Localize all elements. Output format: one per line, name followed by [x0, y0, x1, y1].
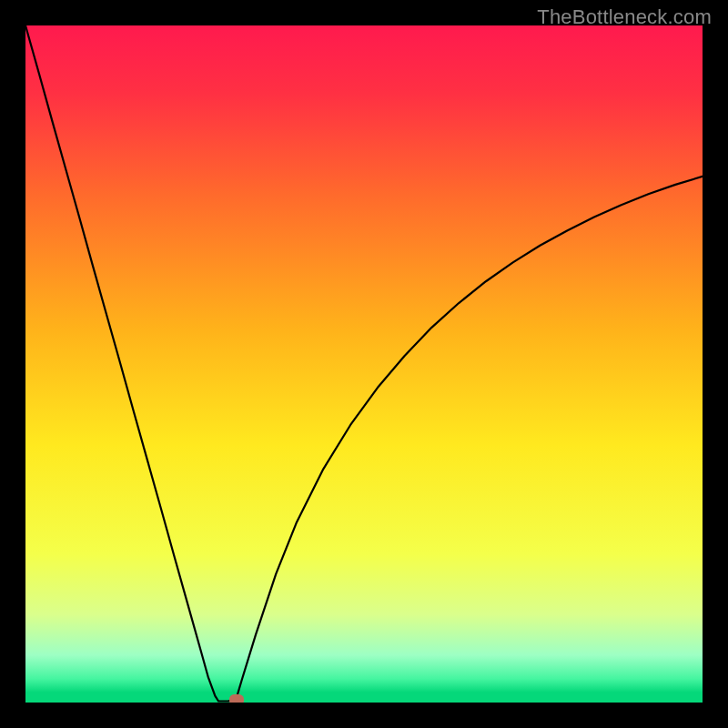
- watermark-text: TheBottleneck.com: [537, 5, 712, 29]
- plot-area: [25, 25, 703, 703]
- chart-frame: TheBottleneck.com: [0, 0, 728, 728]
- optimum-marker: [229, 694, 244, 703]
- bottleneck-curve: [25, 25, 703, 703]
